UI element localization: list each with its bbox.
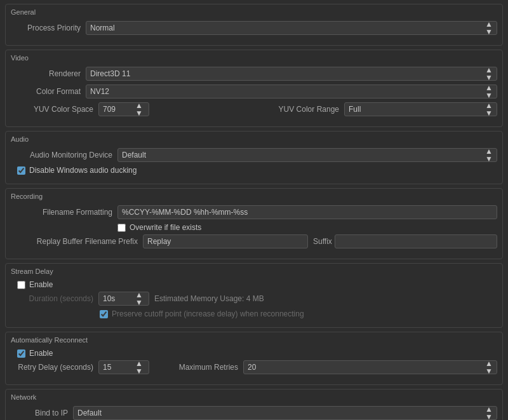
audio-monitoring-select[interactable]: Default ▲ ▼	[117, 148, 497, 162]
audio-monitoring-arrow[interactable]: ▲ ▼	[485, 147, 493, 163]
auto-reconnect-title: Automatically Reconnect	[11, 336, 497, 344]
renderer-select[interactable]: Direct3D 11 ▲ ▼	[86, 67, 497, 81]
disable-ducking-checkbox[interactable]	[17, 166, 25, 175]
stream-delay-title: Stream Delay	[11, 268, 497, 275]
process-priority-row: Process Priority Normal ▲ ▼	[11, 21, 497, 35]
bind-to-ip-arrow[interactable]: ▲ ▼	[485, 405, 493, 420]
stream-delay-enable-checkbox[interactable]	[17, 281, 25, 289]
max-retries-select[interactable]: 20 ▲ ▼	[243, 360, 497, 374]
process-priority-label: Process Priority	[11, 24, 81, 32]
audio-title: Audio	[11, 135, 497, 143]
bind-to-ip-row: Bind to IP Default ▲ ▼	[11, 406, 497, 420]
max-retries-group: Maximum Retries 20 ▲ ▼	[149, 360, 497, 374]
overwrite-checkbox[interactable]	[117, 224, 126, 232]
audio-monitoring-label: Audio Monitoring Device	[11, 151, 112, 159]
retry-row: Retry Delay (seconds) 15 ▲ ▼ Maximum Ret…	[11, 360, 497, 374]
preserve-cutoff-checkbox[interactable]	[100, 310, 108, 318]
suffix-input[interactable]	[335, 234, 497, 248]
process-priority-arrow[interactable]: ▲ ▼	[485, 20, 493, 36]
yuv-color-space-group: YUV Color Space 709 ▲ ▼	[11, 102, 251, 116]
preserve-cutoff-row: Preserve cutoff point (increase delay) w…	[100, 309, 497, 318]
auto-reconnect-enable-label: Enable	[29, 349, 53, 358]
renderer-label: Renderer	[11, 69, 81, 78]
overwrite-row: Overwrite if file exists	[117, 223, 497, 232]
general-title: General	[11, 8, 497, 16]
filename-formatting-row: Filename Formatting	[11, 205, 497, 219]
renderer-arrow[interactable]: ▲ ▼	[485, 66, 493, 81]
retry-delay-arrow[interactable]: ▲ ▼	[131, 360, 149, 375]
filename-formatting-input[interactable]	[117, 205, 497, 219]
preserve-cutoff-label: Preserve cutoff point (increase delay) w…	[112, 309, 304, 318]
yuv-color-space-arrow[interactable]: ▲ ▼	[131, 102, 149, 117]
bind-to-ip-label: Bind to IP	[11, 409, 68, 417]
renderer-row: Renderer Direct3D 11 ▲ ▼	[11, 67, 497, 81]
disable-ducking-label: Disable Windows audio ducking	[29, 166, 137, 175]
yuv-color-range-arrow[interactable]: ▲ ▼	[485, 102, 493, 117]
max-retries-arrow[interactable]: ▲ ▼	[485, 360, 493, 375]
stream-delay-duration-row: Duration (seconds) 10s ▲ ▼ Estimated Mem…	[11, 292, 497, 306]
yuv-row: YUV Color Space 709 ▲ ▼ YUV Color Range …	[11, 102, 497, 116]
bind-to-ip-select[interactable]: Default ▲ ▼	[73, 406, 497, 420]
duration-arrow[interactable]: ▲ ▼	[131, 291, 149, 306]
memory-usage-text: Estimated Memory Usage: 4 MB	[154, 294, 264, 303]
replay-prefix-input[interactable]	[143, 234, 308, 248]
suffix-label: Suffix	[313, 237, 332, 246]
network-section: Network Bind to IP Default ▲ ▼ Enable ne…	[5, 389, 503, 420]
replay-prefix-label: Replay Buffer Filename Prefix	[11, 237, 138, 246]
video-title: Video	[11, 54, 497, 62]
stream-delay-enable-row: Enable	[17, 280, 497, 289]
stream-delay-enable-label: Enable	[29, 280, 53, 289]
duration-label: Duration (seconds)	[11, 294, 93, 303]
max-retries-label: Maximum Retries	[162, 363, 238, 372]
color-format-arrow[interactable]: ▲ ▼	[485, 84, 493, 99]
filename-formatting-label: Filename Formatting	[11, 208, 112, 217]
network-title: Network	[11, 393, 497, 401]
recording-title: Recording	[11, 193, 497, 200]
duration-spinbox: 10s ▲ ▼	[98, 292, 149, 306]
retry-delay-label: Retry Delay (seconds)	[11, 363, 93, 372]
auto-reconnect-enable-checkbox[interactable]	[17, 349, 25, 358]
auto-reconnect-section: Automatically Reconnect Enable Retry Del…	[5, 332, 503, 385]
color-format-label: Color Format	[11, 87, 81, 96]
yuv-color-range-label: YUV Color Range	[257, 105, 339, 114]
yuv-color-range-select[interactable]: Full ▲ ▼	[344, 102, 497, 116]
audio-monitoring-row: Audio Monitoring Device Default ▲ ▼	[11, 148, 497, 162]
retry-delay-spinbox[interactable]: 15 ▲ ▼	[98, 360, 149, 374]
disable-ducking-row: Disable Windows audio ducking	[17, 166, 497, 175]
yuv-color-range-group: YUV Color Range Full ▲ ▼	[257, 102, 497, 116]
color-format-select[interactable]: NV12 ▲ ▼	[86, 85, 497, 98]
auto-reconnect-enable-row: Enable	[17, 349, 497, 358]
general-section: General Process Priority Normal ▲ ▼	[5, 4, 503, 46]
yuv-color-space-label: YUV Color Space	[11, 105, 93, 114]
yuv-color-space-spinbox[interactable]: 709 ▲ ▼	[98, 102, 149, 116]
process-priority-select[interactable]: Normal ▲ ▼	[86, 21, 497, 35]
video-section: Video Renderer Direct3D 11 ▲ ▼ Color For…	[5, 50, 503, 127]
recording-section: Recording Filename Formatting Overwrite …	[5, 188, 503, 259]
audio-section: Audio Audio Monitoring Device Default ▲ …	[5, 131, 503, 184]
stream-delay-section: Stream Delay Enable Duration (seconds) 1…	[5, 263, 503, 328]
color-format-row: Color Format NV12 ▲ ▼	[11, 85, 497, 98]
overwrite-label: Overwrite if file exists	[130, 223, 201, 232]
replay-prefix-row: Replay Buffer Filename Prefix Suffix	[11, 234, 497, 248]
